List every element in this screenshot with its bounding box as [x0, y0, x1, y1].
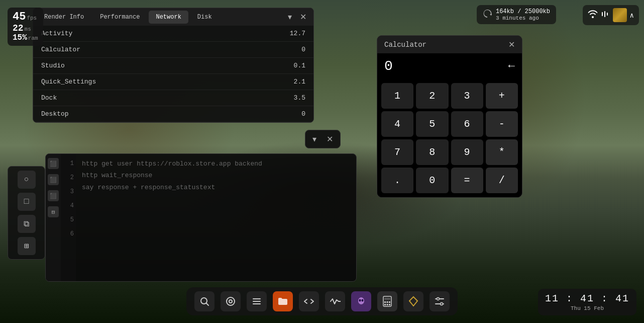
calc-btn-minus[interactable]: - — [486, 111, 518, 137]
equalizer-icon[interactable] — [601, 10, 610, 21]
tab-network[interactable]: Network — [149, 11, 188, 24]
svg-rect-20 — [389, 304, 390, 305]
taskbar-diamond[interactable] — [403, 291, 423, 311]
ms-row: 22 ms — [13, 24, 38, 33]
svg-rect-0 — [602, 12, 603, 16]
svg-rect-18 — [384, 304, 386, 305]
toolbar-square-icon[interactable]: □ — [18, 193, 36, 211]
table-row: Desktop 0 — [33, 106, 313, 122]
tab-disk[interactable]: Disk — [190, 11, 219, 24]
clock-time: 11 : 41 : 41 — [545, 293, 629, 304]
code-line-3: say response + response_statustext — [82, 182, 350, 193]
row-val-studio: 0.1 — [294, 62, 305, 69]
calc-btn-1[interactable]: 1 — [381, 83, 413, 109]
calc-btn-9[interactable]: 9 — [451, 139, 483, 165]
toolbar-copy-icon[interactable]: ⧉ — [18, 215, 36, 233]
fps-value: 45 — [13, 12, 26, 23]
calc-title: Calculator — [384, 41, 426, 49]
user-avatar[interactable] — [613, 8, 627, 22]
calc-btn-5[interactable]: 5 — [416, 111, 448, 137]
svg-rect-17 — [389, 301, 390, 303]
calc-btn-divide[interactable]: / — [486, 168, 518, 193]
line-num-5: 5 — [70, 216, 74, 223]
calc-btn-7[interactable]: 7 — [381, 139, 413, 165]
svg-line-4 — [206, 303, 209, 306]
code-line-5 — [82, 205, 350, 217]
fps-label: fps — [27, 15, 37, 21]
sidebar-icon-3[interactable]: ⬛ — [48, 190, 59, 201]
fps-row: 45 fps — [13, 12, 38, 23]
calc-btn-8[interactable]: 8 — [416, 139, 448, 165]
tab-performance[interactable]: Performance — [93, 11, 147, 24]
code-line-1: http get user https://roblox.store.app b… — [82, 158, 350, 170]
table-row: Studio 0.1 — [33, 58, 313, 74]
calculator-panel: Calculator ✕ 0 ← 1 2 3 + 4 5 6 - 7 8 9 *… — [377, 35, 522, 198]
calc-btn-6[interactable]: 6 — [451, 111, 483, 137]
toolbar-grid-icon[interactable]: ⊞ — [18, 237, 36, 255]
svg-rect-1 — [604, 11, 605, 17]
sidebar-icon-2[interactable]: ⬛ — [48, 174, 59, 185]
tab-render-info[interactable]: Render Info — [37, 11, 91, 24]
svg-point-25 — [441, 303, 443, 305]
table-row: Activity 12.7 — [33, 26, 313, 42]
svg-point-6 — [229, 300, 232, 303]
sidebar-icon-1[interactable]: ⬛ — [48, 158, 59, 169]
code-text: http wait_response — [82, 172, 152, 179]
table-row: Dock 3.5 — [33, 90, 313, 106]
calc-backspace-button[interactable]: ← — [508, 60, 515, 72]
toolbar-circle-icon[interactable]: ○ — [18, 171, 36, 189]
perf-close-button[interactable]: ✕ — [297, 10, 309, 24]
taskbar-folder[interactable] — [273, 291, 293, 311]
row-val-desktop: 0 — [301, 110, 305, 118]
line-num-2: 2 — [70, 174, 74, 181]
calc-btn-4[interactable]: 4 — [381, 111, 413, 137]
calc-btn-equals[interactable]: = — [451, 168, 483, 193]
calc-btn-plus[interactable]: + — [486, 83, 518, 109]
calc-display: 0 ← — [377, 53, 522, 79]
svg-point-5 — [227, 297, 235, 305]
sidebar-icon-4[interactable]: ⊟ — [48, 206, 59, 217]
taskbar-layers[interactable] — [247, 291, 267, 311]
row-name-studio: Studio — [41, 62, 294, 69]
line-num-1: 1 — [70, 160, 74, 167]
taskbar-alien[interactable] — [351, 291, 371, 311]
code-content[interactable]: http get user https://roblox.store.app b… — [76, 154, 356, 281]
calc-grid: 1 2 3 + 4 5 6 - 7 8 9 * . 0 = / — [377, 79, 522, 197]
taskbar-loop[interactable] — [221, 291, 241, 311]
svg-rect-19 — [387, 304, 388, 305]
perf-minimize-button[interactable]: ▾ — [285, 10, 295, 24]
calc-header: Calculator ✕ — [377, 36, 522, 53]
row-val-activity: 12.7 — [290, 30, 305, 37]
calc-btn-dot[interactable]: . — [381, 168, 413, 193]
panel2-close-button[interactable]: ✕ — [324, 132, 336, 146]
clock-date: Thu 15 Feb — [545, 305, 629, 311]
taskbar-code[interactable] — [299, 291, 319, 311]
wifi-icon[interactable] — [588, 10, 598, 21]
code-text: http get user https://roblox.store.app b… — [82, 160, 262, 168]
svg-rect-15 — [384, 301, 386, 303]
row-name-desktop: Desktop — [41, 110, 301, 118]
svg-rect-8 — [253, 301, 261, 302]
calc-btn-0[interactable]: 0 — [416, 168, 448, 193]
svg-rect-16 — [387, 301, 388, 303]
calc-close-button[interactable]: ✕ — [508, 40, 515, 49]
code-text: say response + response_statustext — [82, 184, 215, 191]
calc-btn-3[interactable]: 3 — [451, 83, 483, 109]
svg-rect-14 — [384, 298, 390, 300]
taskbar-sliders[interactable] — [430, 291, 450, 311]
left-toolbar: ○ □ ⧉ ⊞ — [8, 166, 45, 260]
perf-panel: Render Info Performance Network Disk ▾ ✕… — [33, 8, 314, 123]
panel2-minimize-button[interactable]: ▾ — [309, 132, 319, 146]
ms-value: 22 — [13, 24, 24, 33]
row-val-dock: 3.5 — [294, 94, 305, 102]
calc-btn-multiply[interactable]: * — [486, 139, 518, 165]
svg-rect-9 — [253, 303, 261, 304]
taskbar-search[interactable] — [194, 291, 214, 311]
network-info: 164kb / 25000kb 3 minutes ago — [496, 8, 550, 21]
refresh-icon[interactable] — [483, 9, 492, 21]
chevron-up-icon[interactable]: ∧ — [630, 11, 634, 20]
taskbar-calculator[interactable] — [377, 291, 397, 311]
ram-label: ram — [28, 35, 38, 41]
taskbar-activity[interactable] — [325, 291, 345, 311]
calc-btn-2[interactable]: 2 — [416, 83, 448, 109]
